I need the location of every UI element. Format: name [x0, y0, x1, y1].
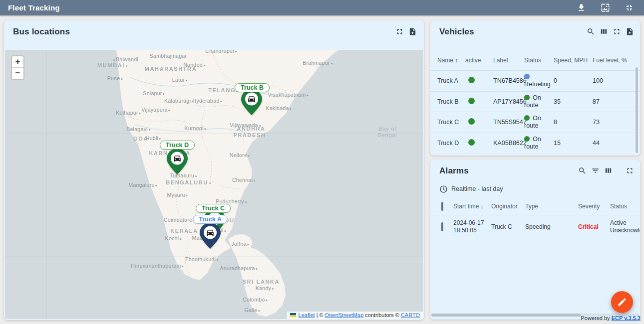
col-start-time[interactable]: Start time↓: [453, 202, 491, 210]
search-icon[interactable]: [578, 166, 587, 175]
vehicle-label: TN55S9547: [493, 119, 524, 126]
leaflet-link[interactable]: Leaflet: [299, 312, 315, 318]
map-marker-truck-a[interactable]: [199, 222, 221, 249]
vehicle-label: AP17Y8456: [493, 98, 524, 105]
attribution-sep: |: [317, 312, 318, 318]
vehicle-speed: 15: [554, 140, 593, 147]
vehicle-speed: 35: [554, 98, 593, 105]
vehicle-active: [465, 77, 493, 85]
vehicle-label: KA05B8622: [493, 140, 524, 147]
ukraine-flag-icon: [290, 313, 296, 317]
col-severity[interactable]: Severity: [578, 203, 610, 210]
alarms-panel: Alarms Realtime - last day Start time↓ O…: [430, 160, 640, 320]
vehicles-panel-actions: [587, 27, 634, 36]
map-label-bay-of-bengal-2: Bengal: [377, 132, 397, 138]
vehicles-table-header: Name↑ active Label Status Speed, MPH Fue…: [430, 50, 640, 71]
edit-dashboard-button[interactable]: [611, 291, 633, 313]
pencil-icon: [617, 297, 627, 307]
alarms-table-header: Start time↓ Originator Type Severity Sta…: [430, 197, 640, 215]
table-row-truck-d[interactable]: Truck D KA05B8622 On route 15 44: [430, 133, 640, 154]
map-marker-label-truck-d[interactable]: Truck D: [160, 141, 195, 150]
row-checkbox[interactable]: [441, 222, 443, 231]
sort-desc-icon: ↓: [480, 202, 484, 210]
alarm-severity: Critical: [578, 223, 610, 230]
vehicle-name: Truck C: [437, 119, 465, 126]
powered-by-text: Powered by: [581, 315, 610, 321]
alarm-start-time: 2024-06-1718:50:05: [453, 219, 491, 234]
col-type[interactable]: Type: [525, 203, 578, 210]
vehicles-scrollbar[interactable]: [636, 67, 638, 153]
app-header: Fleet Tracking: [0, 0, 644, 15]
bus-panel-actions: [395, 27, 417, 36]
alarms-panel-actions: [578, 166, 634, 175]
map-zoom-control: + −: [11, 55, 24, 80]
attribution-mid: contributors ©: [365, 312, 399, 318]
carto-link[interactable]: CARTO: [401, 312, 420, 318]
app-header-actions: [577, 0, 634, 15]
col-speed[interactable]: Speed, MPH: [554, 57, 593, 64]
col-originator[interactable]: Originator: [491, 203, 525, 210]
alarms-time-filter[interactable]: Realtime - last day: [439, 183, 503, 194]
clock-icon: [439, 185, 448, 193]
alarms-hscrollbar-thumb[interactable]: [431, 314, 581, 317]
bus-locations-panel: Bus locations: [4, 20, 424, 320]
col-active[interactable]: active: [465, 57, 493, 64]
bus-locations-title: Bus locations: [13, 27, 70, 37]
zoom-out-button[interactable]: −: [12, 68, 23, 79]
col-name[interactable]: Name↑: [437, 56, 465, 64]
alarms-title: Alarms: [439, 166, 469, 176]
map-marker-truck-d[interactable]: [166, 148, 188, 175]
vehicle-active: [465, 118, 493, 126]
app-title: Fleet Tracking: [8, 3, 60, 12]
active-dot: [468, 139, 475, 146]
time-filter-label: Realtime - last day: [451, 185, 503, 192]
vehicles-title: Vehicles: [439, 27, 474, 37]
map-label-bay-of-bengal: Bay of: [378, 126, 396, 132]
zoom-in-button[interactable]: +: [12, 56, 23, 68]
screenshot-icon[interactable]: [601, 3, 610, 12]
fullscreen-icon[interactable]: [626, 166, 634, 175]
columns-icon[interactable]: [604, 166, 613, 175]
alarm-originator: Truck C: [491, 223, 525, 230]
vehicle-status: Refueling: [524, 73, 553, 88]
vehicle-name: Truck D: [437, 140, 465, 147]
fullscreen-icon[interactable]: [613, 27, 621, 36]
sort-asc-icon: ↑: [455, 56, 458, 64]
ecp-version-link[interactable]: ECP v.3.5.3: [612, 315, 641, 321]
alarm-type: Speeding: [525, 223, 578, 230]
vehicles-panel: Vehicles Name↑ active Label Status Speed…: [430, 20, 640, 156]
export-data-icon[interactable]: [626, 27, 634, 36]
map-marker-label-truck-b[interactable]: Truck B: [235, 83, 270, 92]
collapse-icon[interactable]: [625, 3, 634, 12]
map-marker-label-truck-a[interactable]: Truck A: [193, 215, 227, 224]
map-marker-label-truck-c[interactable]: Truck C: [196, 204, 231, 213]
active-dot: [468, 118, 475, 125]
filter-icon[interactable]: [591, 166, 600, 175]
download-icon[interactable]: [577, 3, 586, 12]
map-marker-truck-b[interactable]: [241, 89, 263, 116]
col-status[interactable]: Status: [524, 57, 554, 64]
search-icon[interactable]: [587, 27, 595, 36]
columns-icon[interactable]: [600, 27, 608, 36]
vehicle-fuel: 87: [593, 98, 640, 105]
table-row-truck-c[interactable]: Truck C TN55S9547 On route 8 73: [430, 112, 640, 133]
vehicle-label: TN67B4586: [493, 77, 524, 84]
export-data-icon[interactable]: [408, 27, 417, 36]
table-row-truck-a[interactable]: Truck A TN67B4586 Refueling 0 100: [430, 71, 640, 92]
status-dot: [524, 74, 530, 79]
openstreetmap-link[interactable]: OpenStreetMap: [325, 312, 364, 318]
col-status[interactable]: Status: [610, 203, 640, 210]
status-dot: [524, 136, 530, 142]
table-row-truck-b[interactable]: Truck B AP17Y8456 On route 35 87: [430, 92, 640, 113]
alarm-row[interactable]: 2024-06-1718:50:05 Truck C Speeding Crit…: [430, 215, 640, 238]
vehicle-fuel: 100: [593, 77, 640, 84]
status-dot: [524, 95, 530, 100]
vehicle-name: Truck B: [437, 98, 465, 105]
col-fuel[interactable]: Fuel level, %: [593, 57, 640, 64]
map[interactable]: MUMBAIMAHARASHTRATELANGANAANDHRAPRADESHG…: [5, 50, 423, 319]
select-all-checkbox[interactable]: [441, 202, 443, 211]
vehicle-status: On route: [524, 94, 553, 109]
attribution-osm-pre: ©: [319, 312, 323, 318]
col-label[interactable]: Label: [493, 57, 524, 64]
fullscreen-icon[interactable]: [395, 27, 404, 36]
